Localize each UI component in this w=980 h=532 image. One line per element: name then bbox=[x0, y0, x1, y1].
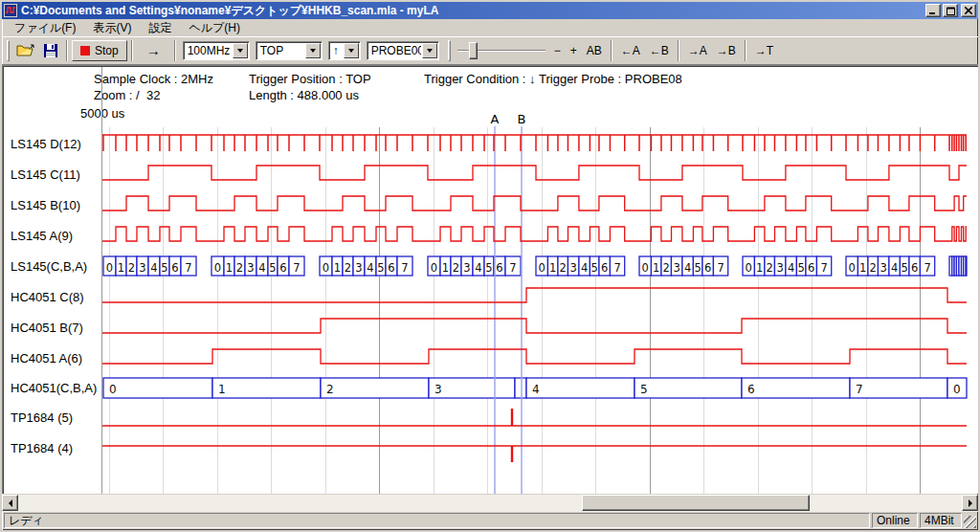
sample-clock-value: 100MHz bbox=[184, 44, 232, 57]
svg-text:6: 6 bbox=[388, 261, 394, 275]
trigger-edge-select[interactable]: ↑ bbox=[328, 41, 361, 60]
waveform-TP1684-4- bbox=[102, 446, 967, 462]
toolbar-separator bbox=[66, 40, 68, 61]
svg-text:0: 0 bbox=[953, 383, 961, 396]
trigger-position-value: TOP bbox=[256, 44, 304, 57]
close-icon bbox=[965, 7, 972, 14]
dropdown-button[interactable] bbox=[344, 43, 359, 58]
svg-text:3: 3 bbox=[355, 261, 362, 275]
zoom-slider-thumb[interactable] bbox=[469, 42, 478, 59]
nav-button-AB[interactable]: AB bbox=[582, 41, 607, 60]
maximize-icon bbox=[947, 7, 955, 15]
nav-button-xT[interactable]: →T bbox=[750, 41, 778, 60]
dropdown-button[interactable] bbox=[305, 43, 321, 58]
waveform-LS145-B-10- bbox=[102, 196, 967, 211]
svg-text:7: 7 bbox=[856, 383, 863, 396]
svg-text:7: 7 bbox=[820, 261, 827, 275]
cursor-label-A: A bbox=[491, 112, 500, 126]
menu-bar: ファイル(F)表示(V)設定ヘルプ(H) bbox=[2, 19, 978, 36]
run-arrow-icon: → bbox=[146, 42, 161, 58]
svg-text:7: 7 bbox=[613, 261, 620, 275]
chevron-down-icon bbox=[310, 49, 316, 55]
trigger-probe-select[interactable]: PROBE00 bbox=[367, 41, 439, 60]
nav-button-xB[interactable]: →B bbox=[712, 41, 741, 60]
menu-item-2[interactable]: 設定 bbox=[140, 19, 180, 37]
svg-text:0: 0 bbox=[849, 261, 856, 275]
svg-text:5: 5 bbox=[377, 261, 384, 275]
horizontal-scrollbar[interactable] bbox=[2, 495, 978, 512]
svg-text:0: 0 bbox=[214, 261, 221, 275]
svg-text:5: 5 bbox=[902, 261, 908, 275]
nav-button-x[interactable]: − bbox=[549, 41, 566, 60]
dropdown-button[interactable] bbox=[233, 43, 248, 58]
title-bar: C:¥Documents and Settings¥noname¥デスクトップ¥… bbox=[2, 2, 978, 19]
svg-text:5: 5 bbox=[591, 261, 598, 275]
svg-text:6: 6 bbox=[911, 261, 918, 275]
svg-text:3: 3 bbox=[570, 261, 577, 275]
svg-text:2: 2 bbox=[128, 261, 135, 275]
svg-text:0: 0 bbox=[539, 261, 546, 275]
scroll-right-button[interactable] bbox=[962, 495, 978, 511]
svg-text:6: 6 bbox=[496, 261, 502, 275]
nav-button-+[interactable]: + bbox=[566, 41, 582, 60]
sample-clock-select[interactable]: 100MHz bbox=[183, 41, 250, 60]
window-title: C:¥Documents and Settings¥noname¥デスクトップ¥… bbox=[21, 3, 924, 19]
chevron-down-icon bbox=[348, 49, 354, 55]
chevron-down-icon bbox=[427, 49, 433, 55]
run-button[interactable]: → bbox=[137, 39, 170, 62]
svg-text:4: 4 bbox=[258, 261, 265, 275]
svg-text:6: 6 bbox=[704, 261, 711, 275]
open-file-button[interactable] bbox=[12, 39, 39, 62]
save-button[interactable] bbox=[39, 39, 62, 62]
svg-text:7: 7 bbox=[924, 261, 930, 275]
svg-text:5: 5 bbox=[485, 261, 492, 275]
stop-icon bbox=[80, 46, 90, 55]
stop-button[interactable]: Stop bbox=[72, 40, 127, 61]
waveform-LS145-D-12- bbox=[102, 135, 967, 151]
svg-text:5: 5 bbox=[640, 383, 648, 396]
close-button[interactable] bbox=[961, 4, 976, 17]
menu-item-0[interactable]: ファイル(F) bbox=[6, 19, 84, 37]
waveform-TP1684-5- bbox=[102, 409, 967, 426]
nav-button-xB[interactable]: ←B bbox=[645, 41, 674, 60]
resize-grip[interactable] bbox=[964, 516, 976, 528]
app-window: C:¥Documents and Settings¥noname¥デスクトップ¥… bbox=[0, 0, 980, 532]
svg-text:3: 3 bbox=[674, 261, 680, 275]
svg-text:3: 3 bbox=[463, 261, 470, 275]
nav-button-xA[interactable]: ←A bbox=[616, 41, 645, 60]
svg-text:4: 4 bbox=[532, 383, 540, 396]
waveform-plot[interactable]: 0123456701234567012345670123456701234567… bbox=[2, 65, 970, 494]
svg-text:0: 0 bbox=[746, 261, 752, 275]
trigger-position-select[interactable]: TOP bbox=[256, 41, 323, 60]
zoom-slider[interactable] bbox=[457, 40, 546, 61]
nav-button-xA[interactable]: →A bbox=[683, 41, 712, 60]
menu-item-3[interactable]: ヘルプ(H) bbox=[180, 19, 249, 37]
svg-text:2: 2 bbox=[870, 261, 877, 275]
svg-text:4: 4 bbox=[581, 261, 588, 275]
minimize-icon bbox=[929, 7, 937, 14]
scroll-left-button[interactable] bbox=[2, 495, 18, 511]
waveform-HC4051-C-8- bbox=[102, 288, 967, 302]
toolbar-separator bbox=[174, 40, 176, 61]
waveform-panel: Sample Clock : 2MHz Trigger Position : T… bbox=[2, 65, 978, 494]
status-message-panel: レディ bbox=[4, 513, 870, 528]
svg-text:5: 5 bbox=[161, 261, 167, 275]
trigger-edge-value: ↑ bbox=[329, 44, 343, 57]
maximize-button[interactable] bbox=[943, 4, 958, 17]
svg-text:1: 1 bbox=[218, 383, 226, 396]
waveform-HC4051-A-6- bbox=[102, 349, 967, 364]
toolbar-grip[interactable] bbox=[448, 40, 451, 61]
svg-text:1: 1 bbox=[334, 261, 341, 275]
svg-text:4: 4 bbox=[150, 261, 157, 275]
svg-text:0: 0 bbox=[431, 261, 437, 275]
chevron-down-icon bbox=[237, 49, 243, 55]
minimize-button[interactable] bbox=[925, 4, 941, 17]
scrollbar-thumb[interactable] bbox=[582, 495, 810, 511]
dropdown-button[interactable] bbox=[422, 43, 437, 58]
svg-text:0: 0 bbox=[109, 383, 117, 396]
save-icon bbox=[43, 43, 58, 58]
scroll-right-icon bbox=[969, 499, 976, 507]
toolbar-grip[interactable] bbox=[7, 40, 10, 61]
menu-item-1[interactable]: 表示(V) bbox=[84, 19, 140, 37]
svg-text:2: 2 bbox=[326, 383, 334, 396]
